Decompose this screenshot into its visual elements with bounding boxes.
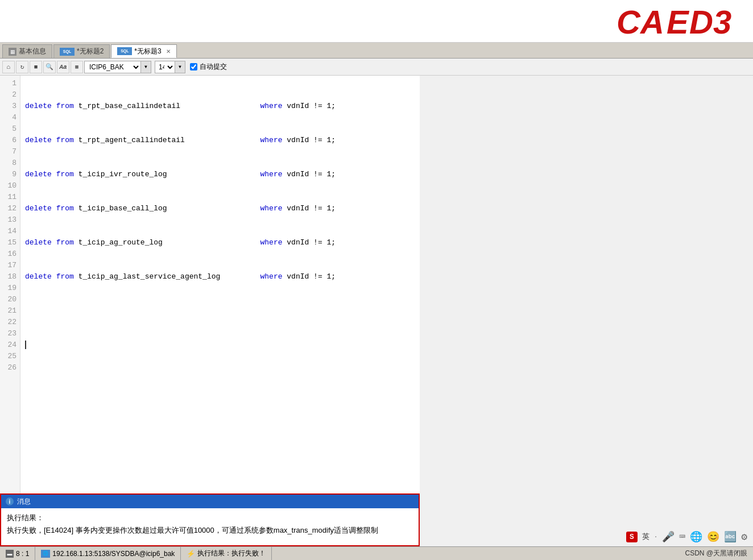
code-line-11 (25, 442, 415, 453)
message-body: 执行结果： 执行失败，[E14024] 事务内变更操作次数超过最大许可值1000… (1, 508, 419, 545)
svg-text:E: E (667, 4, 690, 38)
svg-text:D: D (689, 4, 713, 38)
toolbar-stop-btn[interactable]: ■ (30, 61, 42, 73)
auto-commit-wrapper: 自动提交 (190, 62, 227, 72)
toolbar-grid-btn[interactable]: ▦ (71, 61, 83, 73)
line-num-21: 21 (0, 305, 20, 317)
tab-bar: ▦ 基本信息 SQL *无标题2 SQL *无标题3 ✕ (0, 43, 753, 59)
database-select-arrow[interactable]: ▼ (141, 61, 151, 73)
toolbar-refresh-btn[interactable]: ↻ (16, 61, 28, 73)
database-select-wrapper: ICIP6_BAK ▼ (84, 61, 151, 73)
line-num-24: 24 (0, 339, 20, 351)
code-line-2: delete from t_rpt_agent_callindetail whe… (25, 135, 415, 146)
code-editor[interactable]: 1 2 3 4 5 6 7 8 9 10 11 12 13 14 15 16 1 (0, 76, 420, 493)
caedb-logo: C A E D 3 (617, 4, 742, 38)
status-lock-icon: ▬ (6, 550, 14, 558)
svg-text:3: 3 (713, 4, 731, 38)
sogou-mic-icon[interactable]: 🎤 (662, 530, 675, 543)
line-num-16: 16 (0, 248, 20, 260)
tab-label3: *无标题3 (134, 47, 161, 56)
toolbar: ⌂ ↻ ■ 🔍 Aa ▦ ICIP6_BAK ▼ 14 12 16 18 ▼ 自… (0, 59, 753, 76)
code-line-12 (25, 476, 415, 487)
logo-bar: C A E D 3 (0, 0, 753, 43)
message-info-icon: i (6, 497, 14, 505)
code-line-1: delete from t_rpt_base_callindetail wher… (25, 101, 415, 112)
line-num-4: 4 (0, 112, 20, 123)
line-num-18: 18 (0, 271, 20, 283)
tab-grid-icon: ▦ (9, 48, 16, 56)
svg-text:A: A (639, 4, 664, 38)
status-position: ▬ 8 : 1 (0, 547, 35, 560)
line-num-12: 12 (0, 203, 20, 214)
tab-sql-icon3: SQL (117, 47, 132, 55)
code-line-9 (25, 374, 415, 385)
code-line-6: delete from t_icip_ag_last_service_agent… (25, 271, 415, 283)
tab-无标题2[interactable]: SQL *无标题2 (53, 44, 110, 58)
sogou-keyboard-icon[interactable]: ⌨ (679, 530, 685, 543)
message-line1: 执行结果： (7, 513, 413, 523)
line-num-26: 26 (0, 362, 20, 374)
status-connection-text: 192.168.1.13:5138/SYSDBA@icip6_bak (52, 550, 175, 558)
line-num-2: 2 (0, 89, 20, 101)
code-line-3: delete from t_icip_ivr_route_log where v… (25, 169, 415, 180)
svg-text:C: C (617, 4, 641, 38)
sogou-globe-icon[interactable]: 🌐 (690, 530, 702, 543)
status-db-icon: 🌐 (41, 550, 50, 558)
line-numbers: 1 2 3 4 5 6 7 8 9 10 11 12 13 14 15 16 1 (0, 76, 20, 493)
right-panel: S 英 · 🎤 ⌨ 🌐 😊 🔤 ⚙ (420, 76, 753, 546)
auto-commit-label: 自动提交 (200, 62, 227, 72)
line-num-6: 6 (0, 135, 20, 146)
status-exec-icon: ⚡ (187, 550, 195, 558)
code-line-10 (25, 408, 415, 419)
tab-label2: *无标题2 (77, 47, 104, 56)
message-header-label: 消息 (17, 497, 31, 507)
code-line-8 (25, 339, 415, 351)
sogou-lang[interactable]: 英 (642, 532, 649, 542)
line-num-1: 1 (0, 78, 20, 89)
line-num-15: 15 (0, 237, 20, 248)
line-num-20: 20 (0, 294, 20, 305)
status-execution: ⚡ 执行结果：执行失败！ (181, 547, 272, 560)
message-header: i 消息 (1, 495, 419, 508)
code-line-5: delete from t_icip_ag_route_log where vd… (25, 237, 415, 248)
sogou-dot: · (654, 533, 658, 540)
tab-sql-icon2: SQL (60, 48, 75, 56)
line-num-23: 23 (0, 328, 20, 339)
message-line2: 执行失败，[E14024] 事务内变更操作次数超过最大许可值10000，可通过系… (7, 525, 413, 536)
code-line-4: delete from t_icip_base_call_log where v… (25, 203, 415, 214)
code-line-7 (25, 305, 415, 317)
line-num-25: 25 (0, 351, 20, 362)
line-num-22: 22 (0, 317, 20, 328)
line-num-3: 3 (0, 101, 20, 112)
line-num-17: 17 (0, 260, 20, 271)
auto-commit-checkbox[interactable] (190, 63, 197, 70)
sogou-logo: S (626, 532, 638, 542)
fontsize-select-arrow[interactable]: ▼ (175, 61, 185, 73)
sogou-settings-icon[interactable]: ⚙ (741, 530, 747, 543)
line-num-9: 9 (0, 169, 20, 180)
line-num-13: 13 (0, 214, 20, 226)
watermark-text: CSDN @天黑请闭眼 (679, 549, 753, 558)
code-content[interactable]: delete from t_rpt_base_callindetail wher… (20, 76, 420, 493)
tab-label: 基本信息 (19, 47, 46, 56)
status-execution-text: 执行结果：执行失败！ (197, 549, 266, 558)
line-num-7: 7 (0, 146, 20, 157)
status-connection: 🌐 192.168.1.13:5138/SYSDBA@icip6_bak (35, 547, 181, 560)
database-select[interactable]: ICIP6_BAK (84, 61, 141, 73)
fontsize-select-wrapper: 14 12 16 18 ▼ (155, 61, 185, 73)
sogou-text-icon[interactable]: 🔤 (724, 530, 737, 543)
fontsize-select[interactable]: 14 12 16 18 (155, 61, 175, 73)
tab-close-button[interactable]: ✕ (166, 48, 171, 55)
line-num-10: 10 (0, 180, 20, 192)
toolbar-search-btn[interactable]: 🔍 (43, 61, 56, 73)
tab-无标题3[interactable]: SQL *无标题3 ✕ (111, 44, 176, 58)
line-num-14: 14 (0, 226, 20, 237)
toolbar-home-btn[interactable]: ⌂ (2, 61, 15, 73)
sogou-toolbar: S 英 · 🎤 ⌨ 🌐 😊 🔤 ⚙ (420, 527, 753, 546)
right-empty-space (420, 76, 753, 527)
main-layout: 1 2 3 4 5 6 7 8 9 10 11 12 13 14 15 16 1 (0, 76, 753, 546)
tab-基本信息[interactable]: ▦ 基本信息 (2, 44, 52, 58)
left-panel: 1 2 3 4 5 6 7 8 9 10 11 12 13 14 15 16 1 (0, 76, 420, 546)
sogou-face-icon[interactable]: 😊 (707, 530, 719, 543)
toolbar-font-btn[interactable]: Aa (57, 61, 69, 73)
